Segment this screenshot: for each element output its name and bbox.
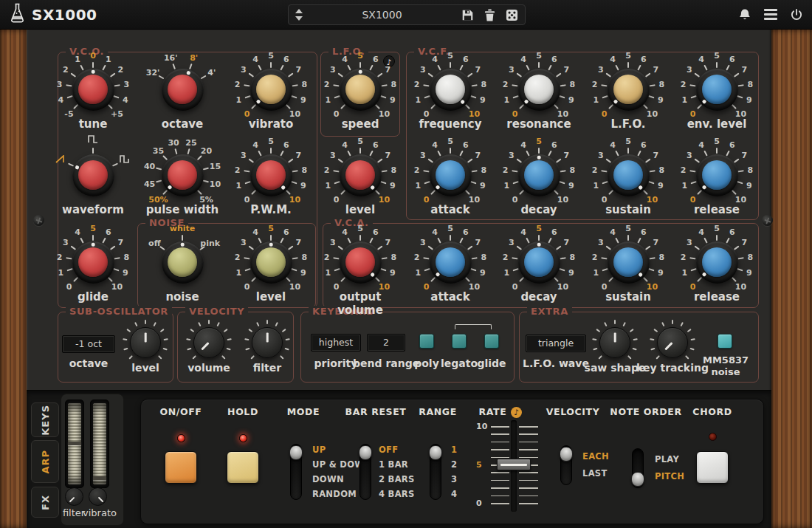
knob-cap[interactable] — [599, 327, 630, 358]
pwm-knob[interactable]: 012345678910P.W.M. — [228, 140, 314, 216]
knob-cap[interactable] — [252, 327, 283, 358]
knob-cap[interactable] — [702, 160, 732, 190]
knob-cap[interactable] — [524, 247, 554, 277]
knob-cap[interactable] — [168, 160, 197, 190]
knob-cap[interactable] — [345, 247, 375, 277]
arp-bar-reset-switch[interactable] — [359, 444, 371, 500]
preset-spinner[interactable] — [295, 9, 303, 21]
random-preset-dice-button[interactable] — [506, 9, 518, 21]
vco-level-knob[interactable]: 012345678910level — [317, 140, 403, 216]
switch-handle[interactable] — [631, 472, 644, 487]
switch-handle[interactable] — [359, 445, 372, 460]
knob-cap[interactable] — [78, 160, 108, 190]
knob-cap[interactable] — [256, 160, 286, 190]
switch-handle[interactable] — [429, 445, 442, 460]
switch-option[interactable]: 2 BARS — [379, 472, 415, 487]
knob-cap[interactable] — [524, 75, 554, 104]
waveform-knob[interactable]: waveform — [50, 140, 136, 216]
power-icon[interactable] — [790, 8, 803, 21]
switch-option[interactable]: 3 — [451, 472, 457, 487]
vcf-attack-knob[interactable]: 012345678910attack — [407, 140, 493, 216]
switch-option[interactable]: EACH — [582, 448, 609, 465]
arp-chord-button[interactable] — [696, 451, 729, 484]
switch-option[interactable]: OFF — [379, 442, 415, 457]
vibrato-wheel-knob[interactable] — [89, 487, 107, 506]
tab-keys[interactable]: KEYS — [31, 402, 59, 437]
keyboard-priority-select[interactable]: highest — [311, 334, 361, 352]
tab-arp[interactable]: ARP — [31, 440, 59, 483]
vca-release-knob[interactable]: 012345678910release — [674, 227, 760, 304]
switch-handle[interactable] — [289, 445, 303, 460]
glide-knob[interactable]: 012345678910glide — [50, 227, 136, 304]
knob-cap[interactable] — [702, 247, 732, 277]
switch-option[interactable]: 1 — [451, 442, 457, 457]
noise-level-knob[interactable]: 012345678910level — [228, 227, 314, 304]
rate-sync-note-icon[interactable]: ♪ — [511, 407, 522, 418]
vibrato-knob[interactable]: 012345678910vibrato — [228, 54, 314, 131]
switch-option[interactable]: 4 BARS — [379, 487, 415, 501]
vcf-decay-knob[interactable]: 012345678910decay — [496, 140, 582, 216]
switch-option[interactable]: PLAY — [655, 451, 684, 468]
switch-option[interactable]: PITCH — [655, 468, 684, 485]
glide-toggle[interactable] — [484, 334, 499, 349]
knob-cap[interactable] — [702, 75, 732, 104]
vcf-lfo-knob[interactable]: 012345678910L.F.O. — [585, 54, 671, 131]
filter-wheel-knob[interactable] — [65, 487, 83, 506]
env-level-knob[interactable]: 012345678910env. level — [674, 54, 760, 131]
legato-toggle[interactable] — [452, 334, 467, 349]
arp-range-switch[interactable] — [430, 444, 441, 500]
octave-knob[interactable]: 32'16'8'4'octave — [140, 54, 225, 131]
arp-note-order-switch[interactable] — [632, 448, 644, 488]
vcf-release-knob[interactable]: 012345678910release — [674, 140, 760, 216]
knob-cap[interactable] — [613, 160, 643, 190]
tab-fx[interactable]: FX — [31, 487, 59, 518]
knob-cap[interactable] — [436, 247, 465, 277]
delete-preset-button[interactable] — [484, 9, 495, 21]
preset-up-icon[interactable] — [295, 9, 303, 13]
knob-cap[interactable] — [524, 160, 554, 190]
knob-cap[interactable] — [78, 75, 108, 104]
vca-sustain-knob[interactable]: 012345678910sustain — [585, 227, 671, 304]
knob-cap[interactable] — [345, 75, 375, 104]
keyboard-bend-range-field[interactable]: 2 — [367, 334, 405, 352]
arp-rate-slider[interactable]: 1050 — [473, 419, 547, 522]
frequency-knob[interactable]: 012345678910frequency — [407, 54, 493, 131]
knob-cap[interactable] — [345, 160, 375, 190]
vcf-sustain-knob[interactable]: 012345678910sustain — [585, 140, 671, 216]
knob-cap[interactable] — [256, 75, 286, 104]
knob-cap[interactable] — [168, 247, 197, 277]
key-tracking-knob[interactable]: key tracking — [632, 319, 713, 374]
knob-cap[interactable] — [130, 327, 161, 358]
switch-option[interactable]: 2 — [451, 457, 457, 472]
output-volume-knob[interactable]: 012345678910output volume — [317, 227, 403, 317]
vca-attack-knob[interactable]: 012345678910attack — [407, 227, 493, 304]
preset-down-icon[interactable] — [295, 16, 303, 21]
tune-knob[interactable]: -5432101234+5tune — [50, 54, 136, 131]
knob-cap[interactable] — [256, 247, 286, 277]
knob-cap[interactable] — [613, 75, 643, 104]
arp-hold-button[interactable] — [227, 451, 259, 484]
knob-cap[interactable] — [436, 160, 465, 190]
filter-wheel[interactable] — [65, 400, 84, 488]
switch-option[interactable]: 1 BAR — [379, 457, 415, 472]
mm5837-noise-toggle[interactable] — [718, 334, 732, 349]
noise-type-knob[interactable]: offwhitepinknoise — [140, 227, 225, 304]
resonance-knob[interactable]: 012345678910resonance — [496, 54, 582, 131]
poly-toggle[interactable] — [419, 334, 434, 349]
switch-option[interactable]: 4 — [451, 487, 457, 501]
vibrato-wheel[interactable] — [90, 400, 109, 488]
knob-cap[interactable] — [78, 247, 108, 277]
vel-filter-knob[interactable]: filter — [227, 319, 308, 374]
arp-onoff-button[interactable] — [165, 451, 197, 484]
switch-handle[interactable] — [560, 447, 573, 462]
arp-mode-switch[interactable] — [290, 444, 302, 500]
preset-name[interactable]: SX1000 — [303, 9, 461, 21]
knob-cap[interactable] — [436, 75, 465, 104]
switch-option[interactable]: LAST — [582, 465, 609, 482]
knob-cap[interactable] — [613, 247, 643, 277]
menu-icon[interactable] — [764, 9, 777, 20]
pulse-width-knob[interactable]: 50%45403530252015105%pulse width — [140, 140, 225, 216]
arp-velocity-switch[interactable] — [560, 445, 572, 485]
notifications-bell-icon[interactable] — [738, 8, 751, 21]
rate-slider-handle[interactable] — [497, 459, 531, 470]
